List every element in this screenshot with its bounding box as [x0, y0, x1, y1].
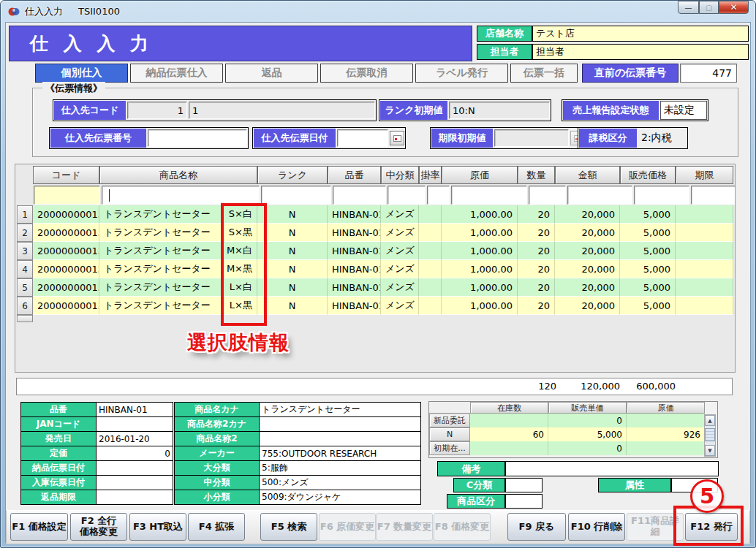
cell-deadline[interactable] — [676, 260, 733, 278]
row-number[interactable]: 4 — [17, 260, 33, 278]
cell-cost[interactable]: 1,000.00 — [442, 205, 518, 224]
col-header-sell-price[interactable]: 販売価格 — [620, 166, 676, 184]
stock-row[interactable]: N 60 5,000 926 — [429, 427, 717, 441]
grid-row[interactable]: 3200000000139トランスデントセーターM×白NHINBAN-01メンズ… — [17, 242, 733, 260]
cell-rate[interactable] — [419, 242, 442, 260]
filter-part-no-input[interactable] — [333, 186, 386, 205]
supplier-slip-date-field[interactable] — [337, 129, 388, 147]
cell-cost[interactable]: 1,000.00 — [442, 297, 518, 315]
row-number[interactable]: 3 — [17, 242, 33, 260]
f5-search-button[interactable]: F5 検索 — [260, 513, 317, 541]
cell-amount[interactable]: 20,000 — [555, 297, 620, 315]
f7-qty-change-button[interactable]: F7 数量変更 — [376, 513, 433, 541]
cell-rank[interactable]: N — [257, 205, 328, 224]
f10-delete-row-button[interactable]: F10 行削除 — [568, 513, 625, 541]
cell-cost[interactable]: 1,000.00 — [442, 278, 518, 297]
cell-qty[interactable]: 20 — [518, 260, 555, 278]
cell-rate[interactable] — [419, 260, 442, 278]
cell-rank[interactable]: N — [257, 242, 328, 260]
item-class-field[interactable] — [505, 494, 543, 509]
grid-row[interactable]: 5200000000139トランスデントセーターL×白NHINBAN-01メンズ… — [17, 278, 733, 297]
tab-slip-cancel[interactable]: 伝票取消 — [320, 64, 413, 83]
cell-qty[interactable]: 20 — [518, 242, 555, 260]
stock-row[interactable]: 新品委託 0 — [429, 414, 717, 427]
cell-sell-price[interactable]: 5,000 — [620, 278, 676, 297]
filter-code-input[interactable] — [34, 186, 100, 205]
cell-rank[interactable]: N — [257, 297, 328, 315]
filter-product-name-input[interactable] — [102, 186, 260, 205]
cell-mid-class[interactable]: メンズ — [381, 260, 419, 278]
col-header-qty[interactable]: 数量 — [518, 166, 555, 184]
cell-qty[interactable]: 20 — [518, 297, 555, 315]
supplier-slip-date-calendar-button[interactable] — [390, 131, 404, 145]
cell-amount[interactable]: 20,000 — [555, 278, 620, 297]
cell-part-no[interactable]: HINBAN-01 — [328, 224, 381, 242]
filter-qty-input[interactable] — [529, 186, 566, 205]
cell-part-no[interactable]: HINBAN-01 — [328, 278, 381, 297]
cell-amount[interactable]: 20,000 — [555, 242, 620, 260]
minimize-button[interactable]: — — [678, 1, 699, 14]
col-header-part-no[interactable]: 品番 — [328, 166, 381, 184]
cell-deadline[interactable] — [676, 297, 733, 315]
col-header-mid-class[interactable]: 中分類 — [381, 166, 419, 184]
cell-rate[interactable] — [419, 224, 442, 242]
remark-field[interactable] — [505, 461, 719, 476]
cell-deadline[interactable] — [676, 224, 733, 242]
close-button[interactable]: ✕ — [719, 1, 749, 14]
cell-rank[interactable]: N — [257, 260, 328, 278]
cell-sell-price[interactable]: 5,000 — [620, 205, 676, 224]
f6-cost-change-button[interactable]: F6 原価変更 — [319, 513, 376, 541]
store-name-field[interactable]: テスト店 — [532, 26, 749, 42]
cell-rate[interactable] — [419, 205, 442, 224]
col-header-amount[interactable]: 金額 — [555, 166, 620, 184]
cell-sell-price[interactable]: 5,000 — [620, 297, 676, 315]
cell-deadline[interactable] — [676, 278, 733, 297]
f1-price-setting-button[interactable]: F1 価格設定 — [10, 513, 68, 541]
cell-code[interactable]: 200000000139 — [33, 224, 99, 242]
tab-slip-batch[interactable]: 伝票一括 — [510, 64, 578, 83]
cell-part-no[interactable]: HINBAN-01 — [328, 242, 381, 260]
cell-rank[interactable]: N — [257, 224, 328, 242]
filter-rank-input[interactable] — [261, 186, 331, 205]
col-header-rate[interactable]: 掛率 — [419, 166, 442, 184]
cell-qty[interactable]: 20 — [518, 278, 555, 297]
col-header-cost[interactable]: 原価 — [442, 166, 518, 184]
col-header-rank[interactable]: ランク — [257, 166, 328, 184]
row-number[interactable]: 2 — [17, 224, 33, 242]
cell-part-no[interactable]: HINBAN-01 — [328, 260, 381, 278]
grid-row[interactable]: 6200000000139トランスデントセーターL×黒NHINBAN-01メンズ… — [17, 297, 733, 315]
f8-price-change-button[interactable]: F8 価格変更 — [434, 513, 491, 541]
scroll-thumb[interactable] — [705, 428, 715, 441]
stock-row[interactable]: 初期在... 0 — [429, 441, 717, 455]
staff-field[interactable]: 担当者 — [532, 44, 749, 60]
filter-deadline-input[interactable] — [691, 186, 736, 205]
cell-code[interactable]: 200000000139 — [33, 205, 99, 224]
f4-extend-button[interactable]: F4 拡張 — [188, 513, 245, 541]
c-class-field[interactable] — [505, 478, 543, 492]
col-header-deadline[interactable]: 期限 — [676, 166, 733, 184]
cell-rate[interactable] — [419, 278, 442, 297]
cell-sell-price[interactable]: 5,000 — [620, 242, 676, 260]
grid-row[interactable]: 2200000000139トランスデントセーターS×黒NHINBAN-01メンズ… — [17, 224, 733, 242]
rank-default-field[interactable]: 10:N — [449, 102, 550, 119]
cell-sell-price[interactable]: 5,000 — [620, 224, 676, 242]
supplier-slip-no-field[interactable] — [148, 129, 247, 147]
cell-code[interactable]: 200000000139 — [33, 297, 99, 315]
supplier-code-field[interactable]: 1 — [127, 102, 187, 119]
cell-amount[interactable]: 20,000 — [555, 205, 620, 224]
grid-row[interactable]: 4200000000139トランスデントセーターM×黒NHINBAN-01メンズ… — [17, 260, 733, 278]
row-number[interactable]: 5 — [17, 278, 33, 297]
filter-mid-class-input[interactable] — [388, 186, 426, 205]
row-number[interactable]: 1 — [17, 205, 33, 224]
cell-mid-class[interactable]: メンズ — [381, 205, 419, 224]
filter-cost-input[interactable] — [451, 186, 527, 205]
tab-return[interactable]: 返品 — [225, 64, 318, 83]
f2-all-rows-price-change-button[interactable]: F2 全行 価格変更 — [70, 513, 127, 541]
cell-mid-class[interactable]: メンズ — [381, 297, 419, 315]
cell-mid-class[interactable]: メンズ — [381, 278, 419, 297]
cell-code[interactable]: 200000000139 — [33, 242, 99, 260]
cell-deadline[interactable] — [676, 242, 733, 260]
tab-delivery-slip-purchase[interactable]: 納品伝票仕入 — [130, 64, 223, 83]
grid-row[interactable]: 1200000000139トランスデントセーターS×白NHINBAN-01メンズ… — [17, 205, 733, 224]
filter-sell-price-input[interactable] — [634, 186, 689, 205]
